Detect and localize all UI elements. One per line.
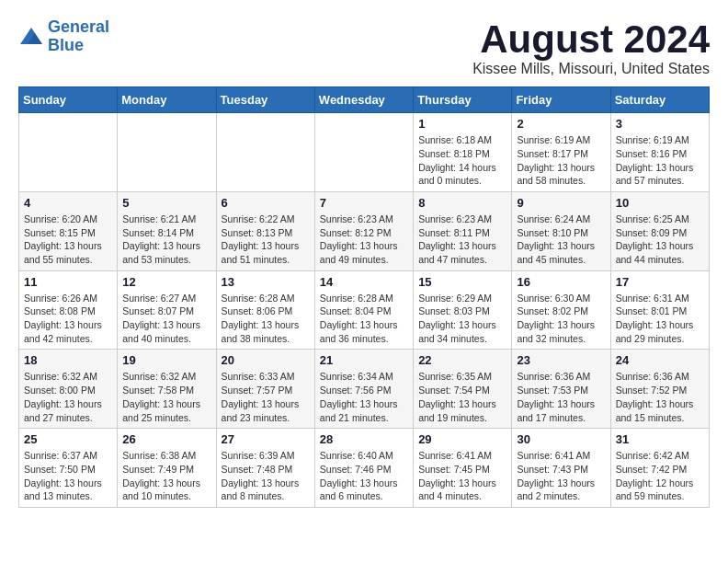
day-info: Sunrise: 6:19 AM Sunset: 8:17 PM Dayligh…: [517, 133, 605, 188]
logo-line2: Blue: [48, 36, 84, 54]
calendar-cell: 2Sunrise: 6:19 AM Sunset: 8:17 PM Daylig…: [512, 113, 610, 192]
day-number: 28: [320, 432, 408, 446]
weekday-header-saturday: Saturday: [610, 87, 709, 113]
day-info: Sunrise: 6:21 AM Sunset: 8:14 PM Dayligh…: [122, 213, 210, 267]
weekday-header-tuesday: Tuesday: [216, 87, 314, 113]
day-info: Sunrise: 6:36 AM Sunset: 7:52 PM Dayligh…: [616, 370, 704, 424]
calendar-cell: 14Sunrise: 6:28 AM Sunset: 8:04 PM Dayli…: [314, 270, 413, 350]
day-number: 31: [616, 432, 704, 446]
calendar-cell: 30Sunrise: 6:41 AM Sunset: 7:43 PM Dayli…: [512, 429, 610, 508]
week-row-3: 11Sunrise: 6:26 AM Sunset: 8:08 PM Dayli…: [19, 270, 710, 350]
calendar-cell: 23Sunrise: 6:36 AM Sunset: 7:53 PM Dayli…: [512, 350, 610, 429]
day-number: 10: [616, 196, 704, 210]
day-number: 18: [24, 353, 112, 367]
day-info: Sunrise: 6:25 AM Sunset: 8:09 PM Dayligh…: [616, 213, 704, 267]
day-number: 23: [517, 353, 605, 367]
calendar-cell: 3Sunrise: 6:19 AM Sunset: 8:16 PM Daylig…: [610, 113, 709, 192]
day-info: Sunrise: 6:24 AM Sunset: 8:10 PM Dayligh…: [517, 213, 605, 267]
calendar-cell: [19, 113, 118, 192]
calendar-table: SundayMondayTuesdayWednesdayThursdayFrid…: [18, 86, 710, 508]
day-number: 14: [320, 275, 408, 289]
weekday-header-thursday: Thursday: [414, 87, 512, 113]
day-number: 13: [222, 275, 310, 289]
day-number: 15: [418, 275, 506, 289]
logo-line1: General: [48, 17, 109, 36]
weekday-header-friday: Friday: [512, 87, 610, 113]
day-info: Sunrise: 6:19 AM Sunset: 8:16 PM Dayligh…: [616, 133, 704, 188]
day-number: 11: [24, 275, 112, 289]
calendar-cell: [216, 113, 314, 192]
day-info: Sunrise: 6:33 AM Sunset: 7:57 PM Dayligh…: [222, 370, 310, 424]
calendar-cell: 7Sunrise: 6:23 AM Sunset: 8:12 PM Daylig…: [314, 191, 413, 270]
day-info: Sunrise: 6:34 AM Sunset: 7:56 PM Dayligh…: [320, 370, 408, 424]
day-number: 19: [122, 353, 210, 367]
logo-icon: [18, 24, 44, 50]
day-number: 21: [320, 353, 408, 367]
day-number: 8: [418, 196, 506, 210]
day-number: 3: [616, 117, 704, 131]
day-info: Sunrise: 6:29 AM Sunset: 8:03 PM Dayligh…: [418, 292, 506, 346]
day-info: Sunrise: 6:31 AM Sunset: 8:01 PM Dayligh…: [616, 292, 704, 346]
calendar-cell: 31Sunrise: 6:42 AM Sunset: 7:42 PM Dayli…: [610, 429, 709, 508]
day-number: 30: [517, 432, 605, 446]
day-number: 9: [517, 196, 605, 210]
calendar-cell: 19Sunrise: 6:32 AM Sunset: 7:58 PM Dayli…: [118, 350, 216, 429]
header: General Blue August 2024 Kissee Mills, M…: [18, 18, 710, 77]
day-number: 6: [222, 196, 310, 210]
calendar-cell: 28Sunrise: 6:40 AM Sunset: 7:46 PM Dayli…: [314, 429, 413, 508]
day-info: Sunrise: 6:39 AM Sunset: 7:48 PM Dayligh…: [222, 449, 310, 503]
day-number: 16: [517, 275, 605, 289]
day-number: 2: [517, 117, 605, 131]
calendar-cell: 8Sunrise: 6:23 AM Sunset: 8:11 PM Daylig…: [414, 191, 512, 270]
subtitle: Kissee Mills, Missouri, United States: [472, 61, 710, 77]
weekday-header-wednesday: Wednesday: [314, 87, 413, 113]
logo: General Blue: [18, 18, 109, 55]
day-number: 27: [222, 432, 310, 446]
week-row-5: 25Sunrise: 6:37 AM Sunset: 7:50 PM Dayli…: [19, 429, 710, 508]
calendar-cell: 9Sunrise: 6:24 AM Sunset: 8:10 PM Daylig…: [512, 191, 610, 270]
day-info: Sunrise: 6:35 AM Sunset: 7:54 PM Dayligh…: [418, 370, 506, 424]
day-info: Sunrise: 6:23 AM Sunset: 8:11 PM Dayligh…: [418, 213, 506, 267]
day-number: 5: [122, 196, 210, 210]
day-info: Sunrise: 6:37 AM Sunset: 7:50 PM Dayligh…: [24, 449, 112, 503]
calendar-cell: 17Sunrise: 6:31 AM Sunset: 8:01 PM Dayli…: [610, 270, 709, 350]
day-number: 24: [616, 353, 704, 367]
day-info: Sunrise: 6:28 AM Sunset: 8:04 PM Dayligh…: [320, 292, 408, 346]
calendar-cell: 10Sunrise: 6:25 AM Sunset: 8:09 PM Dayli…: [610, 191, 709, 270]
day-info: Sunrise: 6:27 AM Sunset: 8:07 PM Dayligh…: [122, 292, 210, 346]
day-info: Sunrise: 6:30 AM Sunset: 8:02 PM Dayligh…: [517, 292, 605, 346]
day-info: Sunrise: 6:28 AM Sunset: 8:06 PM Dayligh…: [222, 292, 310, 346]
logo-text: General Blue: [48, 18, 109, 55]
calendar-cell: 20Sunrise: 6:33 AM Sunset: 7:57 PM Dayli…: [216, 350, 314, 429]
calendar-cell: [314, 113, 413, 192]
day-number: 25: [24, 432, 112, 446]
calendar-cell: [118, 113, 216, 192]
calendar-cell: 1Sunrise: 6:18 AM Sunset: 8:18 PM Daylig…: [414, 113, 512, 192]
day-info: Sunrise: 6:32 AM Sunset: 7:58 PM Dayligh…: [122, 370, 210, 424]
title-area: August 2024 Kissee Mills, Missouri, Unit…: [472, 18, 710, 77]
calendar-cell: 18Sunrise: 6:32 AM Sunset: 8:00 PM Dayli…: [19, 350, 118, 429]
day-info: Sunrise: 6:41 AM Sunset: 7:43 PM Dayligh…: [517, 449, 605, 503]
calendar-cell: 26Sunrise: 6:38 AM Sunset: 7:49 PM Dayli…: [118, 429, 216, 508]
day-number: 29: [418, 432, 506, 446]
calendar-cell: 27Sunrise: 6:39 AM Sunset: 7:48 PM Dayli…: [216, 429, 314, 508]
weekday-header-row: SundayMondayTuesdayWednesdayThursdayFrid…: [19, 87, 710, 113]
weekday-header-monday: Monday: [118, 87, 216, 113]
day-info: Sunrise: 6:38 AM Sunset: 7:49 PM Dayligh…: [122, 449, 210, 503]
day-info: Sunrise: 6:36 AM Sunset: 7:53 PM Dayligh…: [517, 370, 605, 424]
day-number: 7: [320, 196, 408, 210]
calendar-cell: 21Sunrise: 6:34 AM Sunset: 7:56 PM Dayli…: [314, 350, 413, 429]
week-row-1: 1Sunrise: 6:18 AM Sunset: 8:18 PM Daylig…: [19, 113, 710, 192]
calendar-cell: 16Sunrise: 6:30 AM Sunset: 8:02 PM Dayli…: [512, 270, 610, 350]
day-number: 12: [122, 275, 210, 289]
day-number: 17: [616, 275, 704, 289]
calendar-cell: 29Sunrise: 6:41 AM Sunset: 7:45 PM Dayli…: [414, 429, 512, 508]
calendar-cell: 4Sunrise: 6:20 AM Sunset: 8:15 PM Daylig…: [19, 191, 118, 270]
calendar-cell: 11Sunrise: 6:26 AM Sunset: 8:08 PM Dayli…: [19, 270, 118, 350]
day-info: Sunrise: 6:26 AM Sunset: 8:08 PM Dayligh…: [24, 292, 112, 346]
week-row-2: 4Sunrise: 6:20 AM Sunset: 8:15 PM Daylig…: [19, 191, 710, 270]
calendar-cell: 25Sunrise: 6:37 AM Sunset: 7:50 PM Dayli…: [19, 429, 118, 508]
day-info: Sunrise: 6:23 AM Sunset: 8:12 PM Dayligh…: [320, 213, 408, 267]
day-info: Sunrise: 6:32 AM Sunset: 8:00 PM Dayligh…: [24, 370, 112, 424]
main-title: August 2024: [472, 18, 710, 61]
